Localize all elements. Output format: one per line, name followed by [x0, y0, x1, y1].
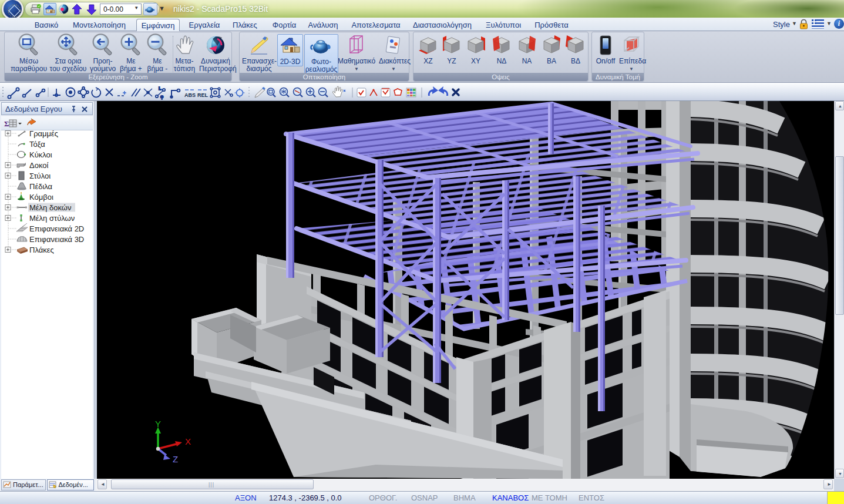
svg-text:Σ: Σ: [4, 119, 9, 128]
svg-text:φ: φ: [160, 94, 163, 99]
svg-text:REL: REL: [197, 92, 209, 98]
svg-text:X: X: [185, 436, 191, 446]
svg-text:L: L: [159, 86, 162, 91]
svg-text:ABS: ABS: [184, 92, 196, 98]
svg-text:Y: Y: [155, 419, 161, 429]
svg-text:Z: Z: [173, 454, 178, 464]
